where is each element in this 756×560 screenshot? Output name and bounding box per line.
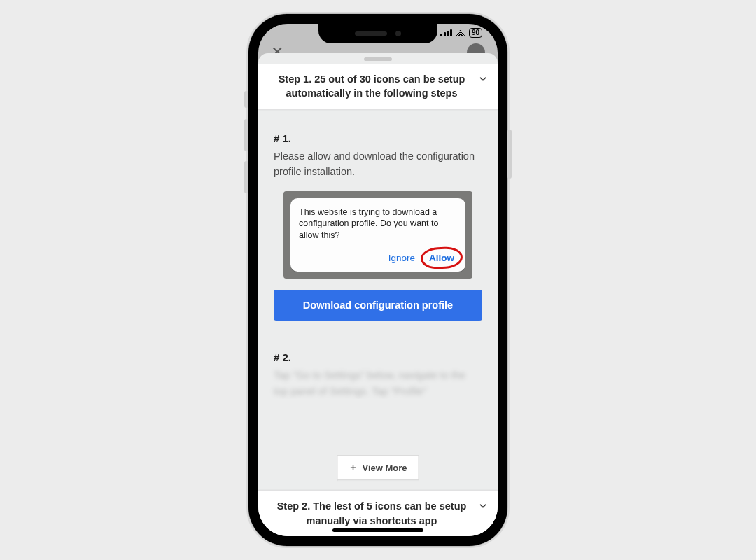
accordion-step-1-title: Step 1. 25 out of 30 icons can be setup …	[279, 74, 465, 99]
step-1-content: # 1. Please allow and download the confi…	[258, 110, 498, 400]
section-2-number: # 2.	[274, 351, 482, 363]
download-profile-button[interactable]: Download configuration profile	[274, 290, 482, 321]
example-screenshot: This website is trying to download a con…	[284, 191, 472, 279]
view-more-button[interactable]: ＋ View More	[337, 455, 419, 480]
sheet-grabber[interactable]	[364, 57, 392, 61]
volume-down[interactable]	[244, 161, 248, 193]
accordion-step-2-title: Step 2. The lest of 5 icons can be setup…	[277, 500, 467, 526]
mute-switch[interactable]	[244, 91, 248, 108]
phone-frame: 90 ✕ Step 1. 25 out of 30 icons can be s…	[248, 14, 507, 546]
section-1-text: Please allow and download the configurat…	[274, 148, 482, 180]
status-bar: 90	[440, 28, 482, 38]
example-allow-link: Allow	[426, 251, 457, 265]
chevron-down-icon	[478, 74, 488, 83]
view-more-label: View More	[362, 463, 407, 473]
highlight-ring	[420, 246, 463, 270]
section-1-number: # 1.	[274, 132, 482, 144]
wifi-icon	[456, 29, 465, 36]
home-indicator[interactable]	[332, 528, 424, 532]
setup-sheet: Step 1. 25 out of 30 icons can be setup …	[258, 53, 498, 536]
battery-indicator: 90	[469, 28, 482, 38]
section-2-text: Tap "Go to Settings" below, navigate to …	[274, 368, 482, 399]
plus-icon: ＋	[349, 461, 358, 474]
chevron-down-icon	[478, 500, 488, 510]
phone-screen: 90 ✕ Step 1. 25 out of 30 icons can be s…	[258, 24, 498, 536]
phone-notch	[318, 24, 438, 43]
example-dialog: This website is trying to download a con…	[290, 198, 465, 272]
example-ignore-link: Ignore	[388, 253, 415, 263]
power-button[interactable]	[507, 130, 512, 178]
accordion-step-1[interactable]: Step 1. 25 out of 30 icons can be setup …	[258, 64, 498, 110]
cellular-signal-icon	[440, 29, 452, 36]
example-dialog-text: This website is trying to download a con…	[299, 206, 457, 242]
volume-up[interactable]	[244, 119, 248, 151]
